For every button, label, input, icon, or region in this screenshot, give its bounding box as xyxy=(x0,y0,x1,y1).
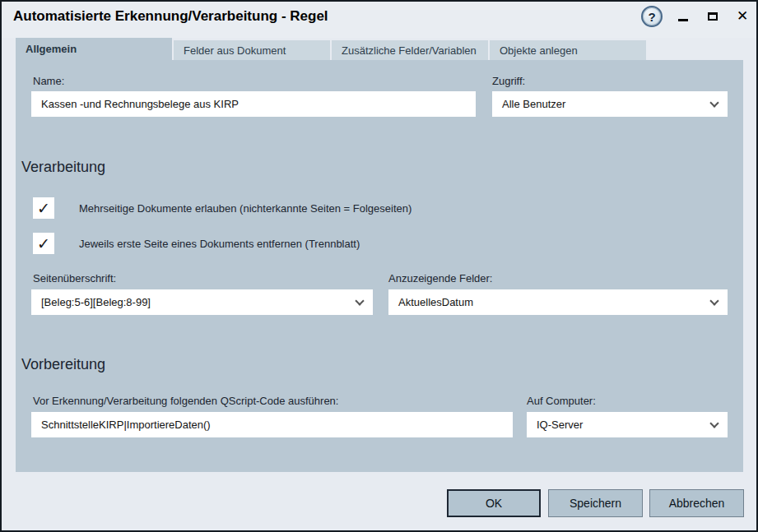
tab-label: Objekte anlegen xyxy=(500,44,578,57)
ok-button-label: OK xyxy=(486,497,502,510)
multipage-checkbox-label: Mehrseitige Dokumente erlauben (nichterk… xyxy=(79,202,412,215)
firstpage-checkbox[interactable]: ✓ xyxy=(33,233,54,254)
auf-computer-value: IQ-Server xyxy=(537,419,583,431)
close-button[interactable]: ✕ xyxy=(733,7,751,25)
ok-button[interactable]: OK xyxy=(447,489,541,517)
verarbeitung-heading: Verarbeitung xyxy=(21,159,105,176)
minimize-icon xyxy=(678,19,688,21)
close-icon: ✕ xyxy=(737,7,748,25)
seitenueberschrift-dropdown[interactable]: [Beleg:5-6][Beleg:8-99] xyxy=(31,289,373,315)
qscript-input[interactable] xyxy=(31,412,513,437)
multipage-checkbox[interactable]: ✓ xyxy=(33,197,54,219)
tab-strip: Allgemein Felder aus Dokument Zusätzlich… xyxy=(16,38,646,60)
tab-objekte-anlegen[interactable]: Objekte anlegen xyxy=(490,40,646,60)
firstpage-checkbox-label: Jeweils erste Seite eines Dokuments entf… xyxy=(79,238,360,250)
name-input[interactable] xyxy=(31,91,476,117)
abbrechen-button-label: Abbrechen xyxy=(669,497,725,510)
chevron-down-icon xyxy=(709,419,718,428)
multipage-check-row: ✓ Mehrseitige Dokumente erlauben (nichte… xyxy=(33,197,412,219)
speichern-button[interactable]: Speichern xyxy=(548,489,643,517)
name-label: Name: xyxy=(33,75,64,87)
title-bar: Automatisierte Erkennung/Verarbeitung - … xyxy=(2,2,756,38)
chevron-down-icon xyxy=(355,296,364,305)
anzuzeigende-felder-dropdown[interactable]: AktuellesDatum xyxy=(388,289,728,315)
tab-allgemein[interactable]: Allgemein xyxy=(16,38,172,60)
auf-computer-dropdown[interactable]: IQ-Server xyxy=(527,412,728,437)
checkmark-icon: ✓ xyxy=(37,199,50,218)
zugriff-value: Alle Benutzer xyxy=(502,98,565,110)
seitenueberschrift-value: [Beleg:5-6][Beleg:8-99] xyxy=(41,296,151,308)
tab-felder-aus-dokument[interactable]: Felder aus Dokument xyxy=(174,40,330,60)
tab-page-allgemein: Name: Zugriff: Alle Benutzer Verarbeitun… xyxy=(16,60,743,472)
chevron-down-icon xyxy=(709,98,718,107)
speichern-button-label: Speichern xyxy=(570,497,621,510)
anzuzeigende-felder-label: Anzuzeigende Felder: xyxy=(388,272,492,285)
vorbereitung-heading: Vorbereitung xyxy=(21,356,105,373)
checkmark-icon: ✓ xyxy=(37,234,50,253)
maximize-icon xyxy=(708,12,718,21)
firstpage-check-row: ✓ Jeweils erste Seite eines Dokuments en… xyxy=(33,233,360,254)
tab-zusaetzliche-felder-variablen[interactable]: Zusätzliche Felder/Variablen xyxy=(332,40,488,60)
anzuzeigende-felder-value: AktuellesDatum xyxy=(398,296,473,308)
tab-label: Zusätzliche Felder/Variablen xyxy=(342,44,477,57)
qscript-label: Vor Erkennung/Verarbeitung folgenden QSc… xyxy=(33,395,338,407)
chevron-down-icon xyxy=(709,296,718,305)
help-glyph: ? xyxy=(648,10,655,24)
tab-label: Allgemein xyxy=(26,43,77,55)
seitenueberschrift-label: Seitenüberschrift: xyxy=(33,272,116,285)
dialog-title: Automatisierte Erkennung/Verarbeitung - … xyxy=(13,8,328,25)
minimize-button[interactable] xyxy=(675,8,691,25)
maximize-button[interactable] xyxy=(705,8,721,25)
auf-computer-label: Auf Computer: xyxy=(527,395,596,407)
abbrechen-button[interactable]: Abbrechen xyxy=(649,489,744,517)
zugriff-label: Zugriff: xyxy=(492,75,525,87)
dialog-window: Automatisierte Erkennung/Verarbeitung - … xyxy=(0,0,758,532)
help-icon[interactable]: ? xyxy=(641,6,663,27)
zugriff-dropdown[interactable]: Alle Benutzer xyxy=(492,91,728,117)
tab-label: Felder aus Dokument xyxy=(184,44,286,57)
